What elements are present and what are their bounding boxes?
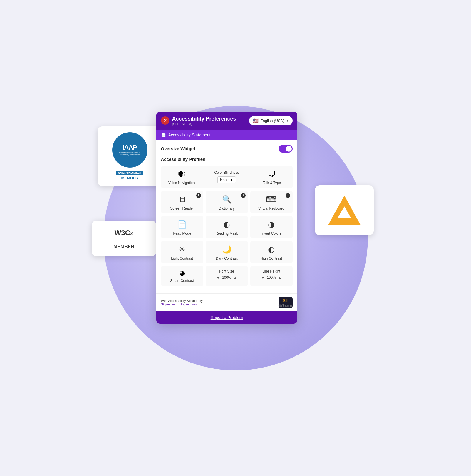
dictionary-icon: 🔍	[222, 195, 232, 204]
voice-navigation-label: Voice Navigation	[168, 181, 195, 185]
flag-icon: 🇺🇸	[253, 118, 259, 123]
dictionary-info-icon[interactable]: ℹ	[241, 193, 246, 198]
triangle-logo-card	[315, 185, 374, 235]
talk-type-cell[interactable]: 🗨 Talk & Type	[255, 169, 289, 185]
report-problem-link[interactable]: Report a Problem	[211, 315, 243, 320]
high-contrast-label: High Contrast	[261, 256, 282, 260]
color-blindness-cell: Color Blindness None ▼	[201, 169, 252, 185]
panel-title: Accessibility Preferences	[172, 116, 236, 122]
skynet-logo-text: ST	[282, 298, 288, 303]
font-size-controls: ▼ 100% ▲	[216, 275, 237, 280]
talk-type-icon: 🗨	[268, 169, 276, 179]
chevron-down-icon: ▼	[286, 119, 289, 122]
oversize-widget-toggle[interactable]	[279, 145, 293, 153]
iaap-badge: IAAP International Association of Access…	[112, 132, 147, 168]
read-mode-icon: 📄	[177, 220, 187, 229]
skynet-logo: ST SKYNET TECHNOLOGIES	[279, 297, 293, 308]
screen-reader-label: Screen Reader	[170, 206, 194, 211]
panel-footer: Web Accessibility Solution by SkynetTech…	[156, 293, 297, 311]
skynet-tagline: SKYNET TECHNOLOGIES	[279, 303, 293, 307]
virtual-keyboard-icon: ⌨	[266, 195, 277, 204]
smart-contrast-icon: ◕	[179, 269, 185, 277]
reading-mask-icon: ◐	[223, 220, 230, 229]
line-height-decrease-button[interactable]: ▼	[261, 275, 265, 280]
line-height-controls: ▼ 100% ▲	[261, 275, 282, 280]
statement-label: Accessibility Statement	[168, 133, 211, 137]
line-height-value: 100%	[266, 275, 277, 280]
features-grid-row3: ✳ Light Contrast 🌙 Dark Contrast ◐ High …	[161, 241, 293, 263]
voice-navigation-icon: 🗣	[177, 169, 186, 179]
color-blindness-label: Color Blindness	[214, 171, 239, 175]
invert-colors-label: Invert Colors	[261, 231, 281, 236]
screen-reader-cell[interactable]: ℹ 🖥 Screen Reader	[161, 191, 203, 213]
accessibility-panel: ✕ Accessibility Preferences (Ctrl + Alt …	[156, 112, 297, 324]
high-contrast-cell[interactable]: ◐ High Contrast	[250, 241, 293, 263]
dictionary-label: Dictionary	[219, 206, 234, 211]
smart-contrast-label: Smart Contrast	[170, 279, 194, 283]
light-contrast-icon: ✳	[179, 245, 185, 254]
panel-title-block: Accessibility Preferences (Ctrl + Alt + …	[172, 116, 236, 126]
light-contrast-cell[interactable]: ✳ Light Contrast	[161, 241, 203, 263]
line-height-increase-button[interactable]: ▲	[278, 275, 282, 280]
font-size-increase-button[interactable]: ▲	[233, 275, 237, 280]
language-button[interactable]: 🇺🇸 English (USA) ▼	[249, 116, 293, 125]
voice-navigation-cell[interactable]: 🗣 Voice Navigation	[165, 169, 199, 185]
iaap-title: IAAP	[123, 144, 137, 151]
triangle-icon	[327, 194, 362, 226]
invert-colors-icon: ◑	[268, 220, 275, 229]
font-size-cell: Font Size ▼ 100% ▲	[206, 266, 248, 286]
dictionary-cell[interactable]: ℹ 🔍 Dictionary	[206, 191, 248, 213]
virtual-keyboard-info-icon[interactable]: ℹ	[286, 193, 290, 198]
features-grid-row2: 📄 Read Mode ◐ Reading Mask ◑ Invert Colo…	[161, 216, 293, 238]
talk-type-label: Talk & Type	[263, 181, 281, 185]
screen-reader-info-icon[interactable]: ℹ	[196, 193, 201, 198]
light-contrast-label: Light Contrast	[171, 256, 193, 260]
color-blindness-dropdown[interactable]: None ▼	[217, 176, 236, 183]
high-contrast-icon: ◐	[268, 245, 275, 254]
screen-reader-icon: 🖥	[178, 195, 186, 204]
reading-mask-cell[interactable]: ◐ Reading Mask	[206, 216, 248, 238]
oversize-widget-row: Oversize Widget	[161, 145, 293, 153]
virtual-keyboard-cell[interactable]: ℹ ⌨ Virtual Keyboard	[250, 191, 293, 213]
w3c-card: W3C® MEMBER	[92, 221, 156, 256]
accessibility-statement-bar[interactable]: 📄 Accessibility Statement	[156, 130, 297, 140]
accessibility-profiles-title: Accessibility Profiles	[161, 157, 293, 162]
iaap-org-label: ORGANIZATIONAL	[116, 171, 143, 175]
panel-body: Oversize Widget Accessibility Profiles 🗣…	[156, 140, 297, 293]
w3c-logo: W3C®	[99, 228, 149, 243]
color-blindness-value: None	[220, 178, 229, 182]
read-mode-label: Read Mode	[173, 231, 191, 236]
footer-description: Web Accessibility Solution by	[161, 299, 203, 303]
statement-icon: 📄	[161, 133, 166, 137]
w3c-member-label: MEMBER	[99, 244, 149, 249]
font-size-decrease-button[interactable]: ▼	[216, 275, 220, 280]
footer-link[interactable]: SkynetTechnologies.com	[161, 303, 197, 306]
w3c-logo-text: W3C	[115, 228, 130, 236]
w3c-registered: ®	[130, 231, 133, 236]
panel-header-left: ✕ Accessibility Preferences (Ctrl + Alt …	[161, 116, 236, 126]
smart-contrast-cell[interactable]: ◕ Smart Contrast	[161, 266, 203, 286]
report-bar[interactable]: Report a Problem	[156, 311, 297, 324]
line-height-label: Line Height	[262, 269, 280, 273]
font-size-value: 100%	[222, 275, 232, 280]
oversize-widget-label: Oversize Widget	[161, 146, 195, 151]
font-size-label: Font Size	[219, 269, 234, 273]
dark-contrast-cell[interactable]: 🌙 Dark Contrast	[206, 241, 248, 263]
footer-text-label: Web Accessibility Solution by	[161, 299, 203, 303]
top-features-row: 🗣 Voice Navigation Color Blindness None …	[161, 166, 293, 188]
iaap-subtitle: International Association of Accessibili…	[117, 151, 143, 156]
iaap-member-label: MEMBER	[103, 176, 156, 180]
invert-colors-cell[interactable]: ◑ Invert Colors	[250, 216, 293, 238]
close-button[interactable]: ✕	[161, 116, 169, 125]
dark-contrast-label: Dark Contrast	[216, 256, 237, 260]
panel-shortcut: (Ctrl + Alt + A)	[172, 122, 236, 126]
scene: IAAP International Association of Access…	[74, 76, 397, 400]
dropdown-arrow-icon: ▼	[230, 178, 233, 182]
language-label: English (USA)	[260, 118, 284, 123]
adjust-row: ◕ Smart Contrast Font Size ▼ 100% ▲ Line…	[161, 266, 293, 286]
line-height-cell: Line Height ▼ 100% ▲	[250, 266, 293, 286]
footer-link-block[interactable]: SkynetTechnologies.com	[161, 303, 203, 306]
read-mode-cell[interactable]: 📄 Read Mode	[161, 216, 203, 238]
dark-contrast-icon: 🌙	[222, 245, 232, 254]
features-grid-row1: ℹ 🖥 Screen Reader ℹ 🔍 Dictionary ℹ ⌨ Vir…	[161, 191, 293, 213]
